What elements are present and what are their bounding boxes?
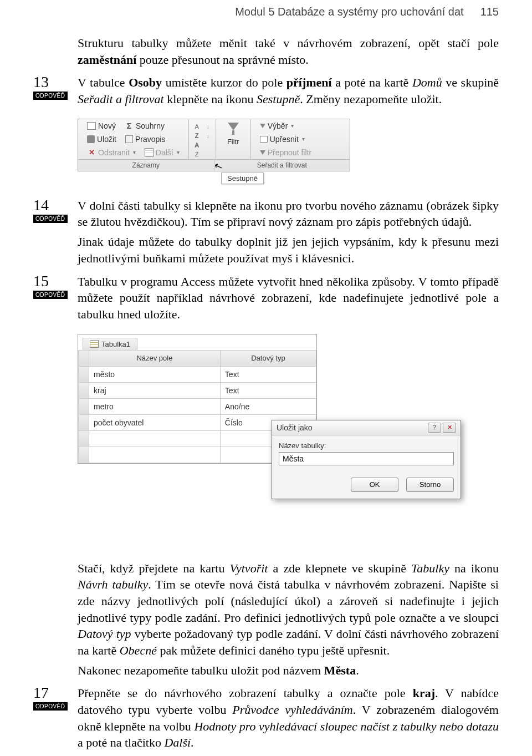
funnel-icon [228,123,239,130]
arrow-down-icon [203,131,212,140]
table-row: metro Ano/ne▾ [79,398,316,414]
funnel-toggle-icon [260,150,265,155]
ribbon-figure: Nový ΣSouhrny Uložit Pravopis ✕Odstranit… [78,119,499,184]
ribbon-more[interactable]: Další▾ [140,147,184,158]
answer-number-15: 15 [33,273,78,289]
table-row: město Text▾ [79,366,316,382]
ribbon-filter[interactable]: Filtr [216,119,250,159]
answer-17-text: Přepněte se do návrhového zobrazení tabu… [78,685,499,751]
ribbon-delete[interactable]: ✕Odstranit▾ [83,147,140,158]
table-name-input[interactable] [279,452,454,465]
funnel-select-icon [260,124,265,128]
sort-desc[interactable]: ZA [190,131,214,140]
sort-asc[interactable]: AZ [190,122,214,131]
answer-tag: ODPOVĚĎ [33,215,68,223]
ribbon-sums[interactable]: ΣSouhrny [120,120,169,131]
table-row: kraj Text▾ [79,382,316,398]
answer-number-17: 17 [33,685,78,701]
new-icon [87,122,96,130]
after-figure-p2: Nakonec nezapomeňte tabulku uložit pod n… [78,662,499,679]
refine-icon [260,136,268,143]
answer-15-p1: Tabulku v programu Access můžete vytvoři… [78,273,499,323]
running-header: Modul 5 Databáze a systémy pro uchování … [33,6,499,18]
sort-clear-icon: AZ [192,141,201,150]
spellcheck-icon [125,135,133,143]
ribbon-spell[interactable]: Pravopis [121,134,170,145]
answer-tag: ODPOVĚĎ [33,702,68,711]
answer-14-p2: Jinak údaje můžete do tabulky doplnit ji… [78,234,499,266]
close-button[interactable]: ✕ [443,423,456,433]
field-type[interactable]: Ano/ne▾ [220,398,316,414]
ribbon-new[interactable]: Nový [83,120,120,131]
ribbon-save[interactable]: Uložit [83,134,121,145]
ribbon-refine[interactable]: Upřesnit▾ [255,134,309,145]
field-name[interactable]: počet obyvatel [89,414,221,430]
intro-paragraph: Strukturu tabulky můžete měnit také v ná… [78,35,499,68]
sort-asc-icon: AZ [192,122,201,131]
save-as-dialog: Uložit jako ? ✕ Název tabulky: OK Storno [272,420,461,499]
answer-13-text: V tabulce Osoby umístěte kurzor do pole … [78,74,499,107]
col-fieldname: Název pole [89,350,221,366]
more-icon [145,148,154,157]
answer-number-13: 13 [33,74,78,90]
field-name[interactable]: metro [89,398,221,414]
after-figure-p1: Stačí, když přejdete na kartu Vytvořit a… [78,560,499,659]
arrow-down-icon [203,122,212,131]
help-button[interactable]: ? [428,423,441,433]
ribbon-group-records: Záznamy [78,160,214,171]
answer-14-p1: V dolní části tabulky si klepněte na iko… [78,197,499,230]
answer-tag: ODPOVĚĎ [33,92,68,100]
field-name[interactable]: kraj [89,382,221,398]
cancel-button[interactable]: Storno [406,478,454,492]
field-type[interactable]: Text▾ [220,366,316,382]
sort-clear[interactable]: AZ [190,141,203,150]
delete-icon: ✕ [87,148,96,157]
ribbon-select[interactable]: Výběr▾ [255,120,299,131]
answer-tag: ODPOVĚĎ [33,291,68,299]
designview-figure: Tabulka1 Název pole Datový typ město Tex… [78,334,499,547]
answer-number-14: 14 [33,197,78,213]
ribbon-toggle-filter[interactable]: Přepnout filtr [255,147,316,158]
table-icon [90,340,99,348]
row-selector-header [79,350,89,366]
dialog-title: Uložit jako [277,423,313,432]
ok-button[interactable]: OK [351,478,398,492]
design-tab[interactable]: Tabulka1 [83,338,137,350]
tooltip-sestupne: Sestupně [221,172,264,184]
field-type[interactable]: Text▾ [220,382,316,398]
sort-desc-icon: ZA [192,131,201,140]
col-datatype: Datový typ [220,350,316,366]
dialog-label: Název tabulky: [279,442,326,450]
sigma-icon: Σ [125,121,134,130]
save-icon [87,135,95,143]
field-name[interactable]: město [89,366,221,382]
ribbon-group-sortfilter: Seřadit a filtrovat [214,160,350,171]
